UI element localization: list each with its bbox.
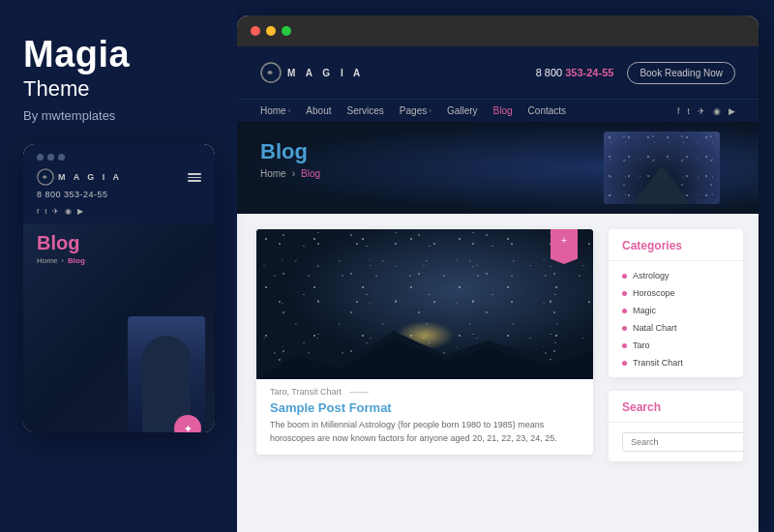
category-item-transit-chart[interactable]: Transit Chart bbox=[609, 354, 743, 371]
post-mountain bbox=[256, 321, 593, 379]
category-label: Natal Chart bbox=[633, 323, 677, 333]
category-dot bbox=[622, 309, 627, 313]
mobile-blog-heading: Blog bbox=[37, 233, 201, 252]
mobile-telegram-icon: ✈ bbox=[52, 207, 59, 216]
left-panel: Magia Theme By mwtemplates M A G I A bbox=[0, 0, 237, 532]
site-nav-links: Home › About Services Pages › Gallery Bl… bbox=[260, 105, 566, 116]
mobile-social-row: f t ✈ ◉ ▶ bbox=[37, 207, 201, 216]
category-label: Taro bbox=[633, 340, 650, 350]
search-input-row: Search bbox=[609, 423, 743, 461]
main-content: + Taro, Transit Chart Sample Post Format… bbox=[237, 214, 759, 532]
category-dot bbox=[622, 361, 627, 366]
mobile-dot-2 bbox=[47, 154, 54, 161]
browser-dot-yellow[interactable] bbox=[266, 26, 276, 36]
nav-link-gallery[interactable]: Gallery bbox=[447, 105, 478, 116]
nav-youtube-icon[interactable]: ▶ bbox=[729, 106, 735, 116]
site-header-right: 8 800 353-24-55 Book Reading Now bbox=[536, 62, 735, 84]
search-widget: Search Search bbox=[609, 391, 743, 461]
nav-facebook-icon[interactable]: f bbox=[677, 106, 680, 116]
categories-list: Astrology Horoscope Magic Natal Cha bbox=[609, 261, 743, 377]
post-tags: Taro, Transit Chart bbox=[270, 387, 342, 397]
category-label: Astrology bbox=[633, 271, 670, 281]
post-meta: Taro, Transit Chart bbox=[256, 379, 593, 400]
brand-by: By mwtemplates bbox=[23, 108, 214, 123]
category-item-taro[interactable]: Taro bbox=[609, 337, 743, 354]
browser-dot-red[interactable] bbox=[251, 26, 260, 36]
bookmark-icon: + bbox=[561, 235, 567, 246]
mobile-tumblr-icon: t bbox=[45, 207, 46, 216]
site-logo-text: M A G I A bbox=[287, 68, 364, 78]
hero-bc-home: Home bbox=[260, 168, 286, 179]
mobile-breadcrumb: Home › Blog bbox=[37, 256, 201, 265]
mobile-instagram-icon: ◉ bbox=[65, 207, 72, 216]
categories-widget: Categories Astrology Horoscope Magic bbox=[609, 229, 743, 377]
post-title-link[interactable]: Sample Post Format bbox=[256, 400, 593, 415]
brand-title: Magia bbox=[23, 35, 214, 75]
nav-link-pages[interactable]: Pages › bbox=[400, 105, 432, 116]
category-dot bbox=[622, 291, 627, 296]
site-logo: M A G I A bbox=[260, 62, 364, 83]
site-header: M A G I A 8 800 353-24-55 Book Reading N… bbox=[237, 46, 759, 99]
mobile-preview-card: M A G I A 8 800 353-24-55 f t ✈ ◉ ▶ Blog bbox=[23, 144, 215, 432]
nav-link-blog[interactable]: Blog bbox=[493, 105, 513, 116]
hero-bc-current: Blog bbox=[301, 168, 320, 179]
site-phone: 8 800 353-24-55 bbox=[536, 67, 614, 78]
website-content: M A G I A 8 800 353-24-55 Book Reading N… bbox=[237, 46, 759, 532]
nav-link-about[interactable]: About bbox=[306, 105, 331, 116]
book-reading-button[interactable]: Book Reading Now bbox=[627, 62, 735, 84]
category-label: Transit Chart bbox=[633, 358, 683, 368]
post-image: + bbox=[256, 229, 593, 379]
browser-dot-green[interactable] bbox=[282, 26, 291, 36]
hero-text: Blog Home › Blog bbox=[260, 139, 735, 179]
search-input[interactable] bbox=[622, 432, 743, 452]
mobile-logo: M A G I A bbox=[37, 168, 122, 186]
category-dot bbox=[622, 326, 627, 331]
mobile-bc-home: Home bbox=[37, 256, 57, 265]
nav-link-home[interactable]: Home › bbox=[260, 105, 290, 116]
nav-tumblr-icon[interactable]: t bbox=[687, 106, 690, 116]
mobile-logo-row: M A G I A bbox=[37, 168, 201, 186]
post-card: + Taro, Transit Chart Sample Post Format… bbox=[256, 229, 593, 455]
post-meta-dash bbox=[349, 392, 369, 393]
mobile-hamburger-icon[interactable] bbox=[188, 173, 201, 182]
nav-link-contacts[interactable]: Contacts bbox=[528, 105, 566, 116]
nav-telegram-icon[interactable]: ✈ bbox=[698, 106, 705, 116]
mobile-card-top: M A G I A 8 800 353-24-55 f t ✈ ◉ ▶ bbox=[23, 144, 215, 223]
category-label: Magic bbox=[633, 306, 656, 315]
mobile-logo-text: M A G I A bbox=[58, 172, 122, 182]
sidebar: Categories Astrology Horoscope Magic bbox=[609, 214, 759, 532]
category-item-astrology[interactable]: Astrology bbox=[609, 267, 743, 284]
search-title: Search bbox=[609, 391, 743, 423]
mobile-dots bbox=[37, 154, 201, 161]
categories-title: Categories bbox=[609, 229, 743, 261]
category-item-horoscope[interactable]: Horoscope bbox=[609, 284, 743, 302]
posts-area: + Taro, Transit Chart Sample Post Format… bbox=[237, 214, 609, 532]
hero-area: Blog Home › Blog bbox=[237, 122, 759, 214]
mobile-phone: 8 800 353-24-55 bbox=[37, 190, 201, 199]
mobile-fab-button[interactable] bbox=[174, 415, 201, 432]
mobile-bc-arrow: › bbox=[61, 256, 64, 265]
hero-bc-arrow: › bbox=[292, 168, 295, 179]
nav-instagram-icon[interactable]: ◉ bbox=[713, 106, 721, 116]
mobile-logo-icon bbox=[37, 168, 54, 186]
brand-subtitle: Theme bbox=[23, 75, 214, 103]
mobile-fab-icon bbox=[184, 424, 192, 433]
hero-title: Blog bbox=[260, 139, 735, 164]
mobile-youtube-icon: ▶ bbox=[77, 207, 83, 216]
category-item-magic[interactable]: Magic bbox=[609, 302, 743, 319]
site-logo-icon bbox=[260, 62, 282, 83]
nav-link-services[interactable]: Services bbox=[347, 105, 384, 116]
post-excerpt: The boom in Millennial Astrology (for pe… bbox=[256, 415, 593, 455]
mobile-facebook-icon: f bbox=[37, 207, 39, 216]
mobile-dot-1 bbox=[37, 154, 44, 161]
browser-chrome bbox=[237, 15, 759, 46]
site-nav: Home › About Services Pages › Gallery Bl… bbox=[237, 99, 759, 122]
category-dot bbox=[622, 274, 627, 279]
category-dot bbox=[622, 343, 627, 348]
browser-mockup: M A G I A 8 800 353-24-55 Book Reading N… bbox=[237, 15, 759, 532]
post-bookmark: + bbox=[551, 229, 578, 264]
mobile-content-area: Blog Home › Blog bbox=[23, 223, 215, 432]
site-nav-social: f t ✈ ◉ ▶ bbox=[677, 106, 735, 116]
category-item-natal-chart[interactable]: Natal Chart bbox=[609, 319, 743, 337]
hero-breadcrumb: Home › Blog bbox=[260, 168, 735, 179]
